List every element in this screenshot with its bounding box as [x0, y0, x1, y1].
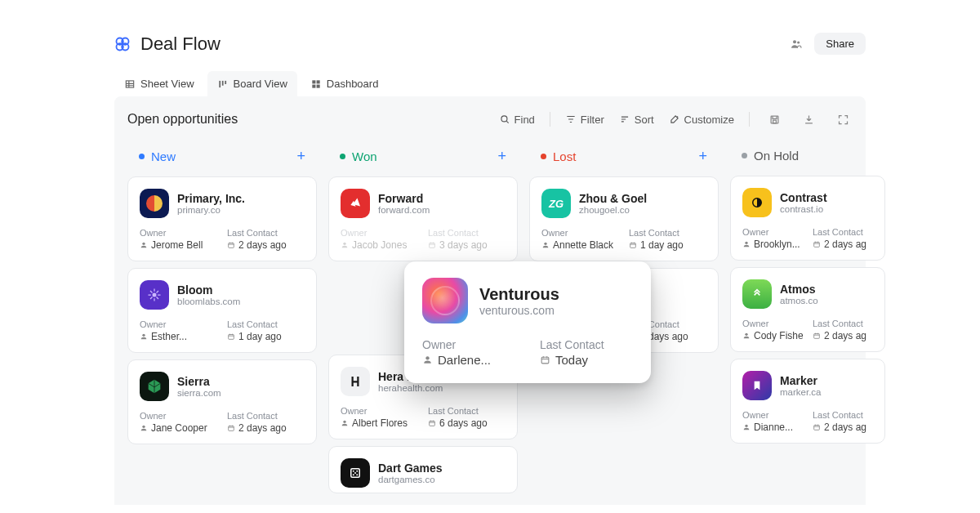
last-contact-value: 2 days ag	[813, 239, 873, 250]
svg-point-26	[343, 421, 345, 423]
separator	[550, 112, 550, 127]
card-name: Atmos	[780, 283, 818, 296]
card-domain: forward.com	[378, 205, 430, 215]
owner-value: Dianne...	[742, 422, 803, 433]
svg-rect-46	[541, 357, 549, 364]
company-logo-icon	[742, 279, 772, 309]
status-dot	[340, 154, 345, 159]
card-name: Venturous	[479, 285, 559, 304]
company-logo-icon	[341, 189, 370, 218]
last-contact-label: Last Contact	[227, 228, 305, 238]
svg-rect-7	[219, 80, 220, 87]
last-contact-value: 2 days ag	[813, 330, 873, 341]
column-label: New	[151, 149, 176, 163]
svg-point-31	[353, 474, 354, 475]
page-title: Deal Flow	[140, 33, 220, 55]
card-domain: bloomlabs.com	[177, 297, 240, 306]
save-icon[interactable]	[764, 109, 784, 129]
add-card-button[interactable]: +	[296, 149, 305, 163]
svg-rect-8	[221, 80, 223, 85]
share-button[interactable]: Share	[814, 33, 866, 55]
svg-point-43	[745, 425, 747, 427]
svg-point-4	[793, 40, 796, 43]
last-contact-value: 1 day ago	[629, 239, 706, 251]
company-logo-icon	[341, 367, 370, 396]
add-card-button[interactable]: +	[497, 149, 506, 163]
svg-point-34	[544, 243, 546, 245]
svg-point-45	[425, 356, 429, 359]
sort-button[interactable]: Sort	[619, 114, 654, 126]
card-domain: herahealth.com	[378, 383, 443, 393]
tab-dashboard[interactable]: Dashboard	[301, 71, 389, 96]
filter-button[interactable]: Filter	[565, 114, 604, 126]
deal-card[interactable]: Contrast contrast.io Owner Brooklyn... L…	[730, 176, 885, 261]
expand-icon[interactable]	[833, 109, 853, 129]
card-domain: dartgames.co	[378, 475, 443, 484]
svg-point-20	[142, 334, 145, 337]
tab-label: Sheet View	[140, 78, 194, 90]
svg-rect-23	[229, 426, 234, 431]
svg-point-33	[354, 472, 356, 474]
header: Deal Flow Share	[114, 33, 866, 55]
company-logo-icon	[422, 278, 468, 323]
owner-value: Darlene...	[422, 353, 515, 367]
svg-point-39	[745, 242, 747, 244]
dragging-card[interactable]: Venturous venturous.com Owner Darlene...…	[404, 261, 651, 383]
svg-rect-27	[430, 422, 435, 426]
deal-card[interactable]: Dart Games dartgames.co	[328, 446, 518, 493]
tab-sheet-view[interactable]: Sheet View	[114, 71, 204, 96]
customize-button[interactable]: Customize	[669, 114, 734, 126]
svg-rect-35	[630, 243, 636, 248]
card-name: Bloom	[177, 283, 240, 297]
separator	[749, 112, 750, 127]
last-contact-value: 1 day ago	[227, 331, 305, 342]
deal-card[interactable]: Atmos atmos.co Owner Cody Fisher Last Co…	[730, 267, 885, 352]
owner-value: Jerome Bell	[140, 239, 217, 251]
card-name: Zhou & Goel	[579, 192, 647, 205]
svg-point-19	[153, 293, 157, 297]
svg-rect-44	[814, 426, 820, 430]
svg-rect-10	[312, 80, 315, 83]
svg-rect-13	[316, 84, 319, 87]
card-name: Sierra	[177, 375, 221, 388]
svg-rect-11	[316, 80, 319, 83]
find-button[interactable]: Find	[499, 114, 535, 126]
column-label: Won	[352, 149, 377, 163]
members-icon[interactable]	[786, 34, 806, 54]
owner-label: Owner	[140, 228, 217, 238]
svg-rect-16	[773, 120, 776, 123]
card-name: Primary, Inc.	[177, 192, 245, 205]
svg-point-32	[356, 474, 358, 475]
svg-rect-12	[312, 84, 315, 87]
card-domain: sierra.com	[177, 388, 221, 398]
owner-value: Cody Fisher	[742, 330, 803, 341]
company-logo-icon	[341, 458, 370, 488]
svg-rect-42	[814, 334, 820, 339]
board-actions: Find Filter Sort Customize	[499, 109, 853, 129]
deal-card[interactable]: Bloom bloomlabs.com Owner Esther... Last…	[127, 268, 317, 353]
svg-rect-25	[430, 243, 435, 248]
add-card-button[interactable]: +	[698, 149, 707, 163]
owner-value: Annette Black	[541, 239, 619, 251]
company-logo-icon: ZG	[541, 189, 571, 218]
deal-card[interactable]: ZG Zhou & Goel zhougoel.co Owner Annette…	[529, 176, 719, 261]
company-logo-icon	[742, 371, 772, 400]
owner-value: Jacob Jones	[341, 239, 418, 251]
last-contact-label: Last Contact	[540, 338, 633, 351]
svg-rect-21	[229, 335, 234, 340]
status-dot	[541, 154, 546, 159]
download-icon[interactable]	[799, 109, 818, 129]
tab-board-view[interactable]: Board View	[207, 71, 297, 96]
deal-card[interactable]: Primary, Inc. primary.co Owner Jerome Be…	[127, 176, 317, 261]
company-logo-icon	[140, 280, 169, 310]
svg-point-41	[745, 333, 747, 336]
deal-card[interactable]: Forward forward.com Owner Jacob Jones La…	[328, 176, 518, 261]
board-title: Open opportunities	[127, 112, 238, 127]
deal-card[interactable]: Marker marker.ca Owner Dianne... Last Co…	[730, 359, 885, 444]
company-logo-icon	[140, 372, 169, 401]
card-domain: marker.ca	[780, 387, 822, 397]
status-dot	[139, 154, 145, 159]
deal-card[interactable]: Sierra sierra.com Owner Jane Cooper Last…	[127, 359, 317, 444]
card-domain: atmos.co	[780, 296, 818, 306]
svg-point-17	[142, 243, 145, 245]
